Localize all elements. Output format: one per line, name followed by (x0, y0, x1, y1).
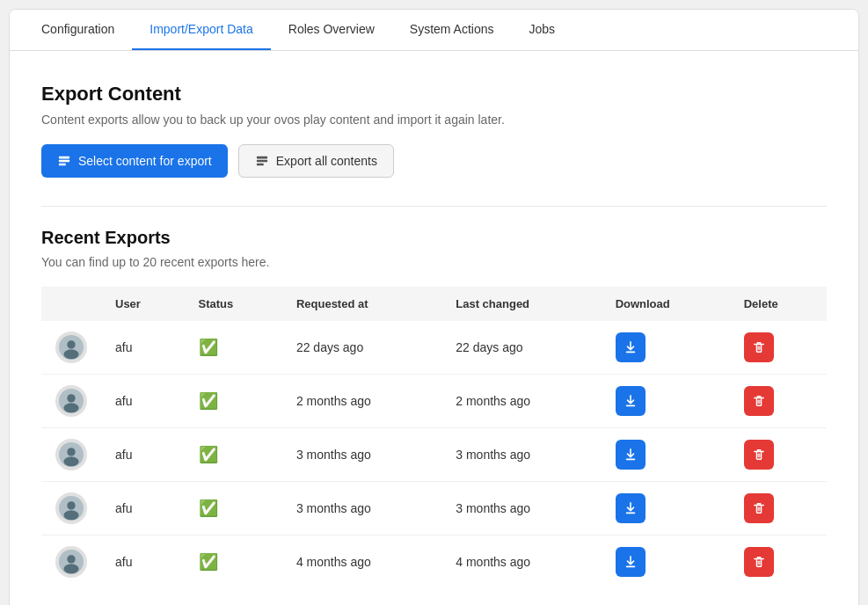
avatar-cell (41, 536, 101, 589)
exports-table: User Status Requested at Last changed Do… (41, 287, 827, 588)
avatar (55, 385, 87, 417)
avatar-cell (41, 375, 101, 428)
table-row: afu✅22 days ago22 days ago (41, 321, 827, 375)
delete-button[interactable] (744, 547, 774, 577)
recent-exports-title: Recent Exports (41, 228, 827, 248)
col-requested-at: Requested at (282, 287, 441, 321)
last-changed-cell: 3 months ago (441, 428, 601, 482)
status-badge: ✅ (199, 446, 218, 463)
svg-rect-0 (59, 157, 69, 159)
download-button[interactable] (616, 386, 646, 416)
export-content-title: Export Content (41, 83, 827, 106)
requested-at-cell: 22 days ago (282, 321, 441, 375)
col-delete: Delete (730, 287, 827, 321)
delete-button[interactable] (744, 386, 774, 416)
avatar (55, 546, 87, 578)
section-divider (41, 206, 827, 207)
download-cell (602, 321, 730, 375)
table-header-row: User Status Requested at Last changed Do… (41, 287, 827, 321)
user-cell: afu (101, 428, 185, 482)
status-badge: ✅ (199, 392, 218, 410)
tab-jobs[interactable]: Jobs (512, 10, 573, 50)
avatar (55, 332, 87, 363)
download-cell (602, 482, 730, 536)
status-badge: ✅ (199, 339, 218, 356)
requested-at-cell: 4 months ago (282, 536, 441, 589)
table-row: afu✅4 months ago4 months ago (41, 536, 827, 589)
svg-point-13 (67, 394, 75, 402)
select-content-label: Select content for export (78, 154, 212, 168)
last-changed-cell: 2 months ago (441, 375, 601, 428)
svg-point-19 (67, 448, 75, 456)
svg-rect-15 (625, 405, 635, 406)
status-cell: ✅ (185, 321, 282, 375)
export-all-label: Export all contents (276, 154, 377, 168)
user-cell: afu (101, 321, 185, 375)
delete-cell (730, 321, 827, 375)
tabs-bar: Configuration Import/Export Data Roles O… (10, 10, 858, 51)
export-all-icon (255, 154, 269, 168)
svg-point-31 (67, 555, 75, 563)
requested-at-cell: 3 months ago (282, 482, 441, 536)
svg-rect-1 (59, 160, 69, 163)
user-cell: afu (101, 375, 185, 428)
status-cell: ✅ (185, 428, 282, 482)
svg-rect-21 (625, 458, 635, 460)
avatar-cell (41, 321, 101, 375)
download-cell (602, 428, 730, 482)
status-cell: ✅ (185, 482, 282, 536)
svg-point-25 (67, 501, 75, 509)
table-row: afu✅3 months ago3 months ago (41, 482, 827, 536)
export-all-button[interactable]: Export all contents (238, 144, 394, 178)
avatar-cell (41, 482, 101, 536)
svg-point-26 (63, 510, 78, 520)
svg-point-32 (63, 564, 78, 573)
recent-exports-desc: You can find up to 20 recent exports her… (41, 255, 827, 269)
col-status: Status (185, 287, 282, 321)
status-badge: ✅ (199, 499, 218, 517)
table-row: afu✅2 months ago2 months ago (41, 375, 827, 428)
svg-point-8 (63, 349, 78, 359)
svg-point-7 (67, 340, 75, 348)
download-button[interactable] (616, 332, 646, 362)
select-content-button[interactable]: Select content for export (41, 144, 228, 178)
col-user: User (101, 287, 185, 321)
col-last-changed: Last changed (441, 287, 601, 321)
delete-button[interactable] (744, 332, 774, 362)
delete-cell (730, 375, 827, 428)
svg-rect-4 (257, 160, 267, 163)
tab-configuration[interactable]: Configuration (24, 10, 132, 50)
pagination: ‹ 1 2 3 4 › (41, 588, 827, 605)
svg-point-14 (63, 403, 78, 412)
requested-at-cell: 3 months ago (282, 428, 441, 482)
download-button[interactable] (616, 440, 646, 470)
status-cell: ✅ (185, 375, 282, 428)
table-row: afu✅3 months ago3 months ago (41, 428, 827, 482)
delete-cell (730, 536, 827, 589)
download-cell (602, 375, 730, 428)
delete-button[interactable] (744, 440, 774, 470)
svg-rect-2 (59, 164, 66, 166)
select-content-icon (57, 154, 71, 168)
tab-system-actions[interactable]: System Actions (392, 10, 512, 50)
svg-rect-9 (625, 351, 635, 353)
download-button[interactable] (616, 547, 646, 577)
main-container: Configuration Import/Export Data Roles O… (9, 9, 859, 605)
tab-import-export[interactable]: Import/Export Data (132, 10, 271, 50)
user-cell: afu (101, 482, 185, 536)
page-content: Export Content Content exports allow you… (10, 51, 858, 605)
user-cell: afu (101, 536, 185, 589)
download-cell (602, 536, 730, 589)
tab-roles-overview[interactable]: Roles Overview (271, 10, 392, 50)
col-download: Download (602, 287, 730, 321)
download-button[interactable] (616, 493, 646, 523)
last-changed-cell: 22 days ago (441, 321, 601, 375)
export-content-desc: Content exports allow you to back up you… (41, 113, 827, 127)
svg-rect-5 (257, 164, 264, 166)
delete-cell (730, 482, 827, 536)
requested-at-cell: 2 months ago (282, 375, 441, 428)
delete-button[interactable] (744, 493, 774, 523)
export-button-row: Select content for export Export all con… (41, 144, 827, 178)
avatar (55, 492, 87, 524)
delete-cell (730, 428, 827, 482)
